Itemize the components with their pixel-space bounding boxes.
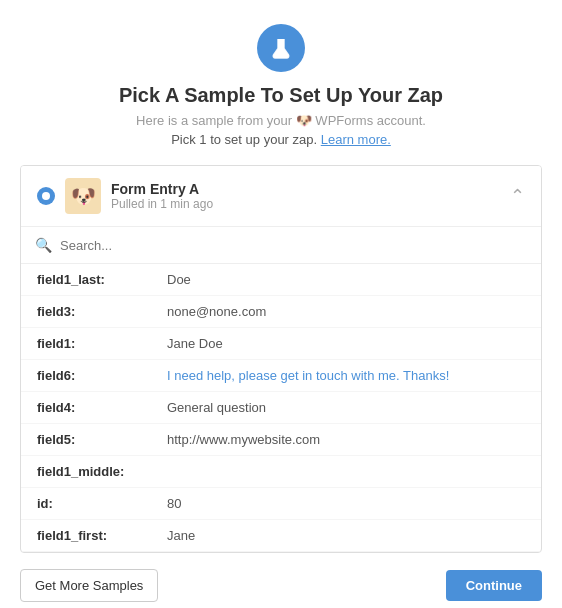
wpforms-icon: 🐶 — [65, 178, 101, 214]
field-value: Jane Doe — [167, 336, 525, 351]
card-header: 🐶 Form Entry A Pulled in 1 min ago ⌃ — [21, 166, 541, 227]
search-icon: 🔍 — [35, 237, 52, 253]
sample-card: 🐶 Form Entry A Pulled in 1 min ago ⌃ 🔍 f… — [20, 165, 542, 553]
table-row: field5:http://www.mywebsite.com — [21, 424, 541, 456]
field-value: Jane — [167, 528, 525, 543]
field-key: field1_first: — [37, 528, 167, 543]
table-row: field3:none@none.com — [21, 296, 541, 328]
footer: Get More Samples Continue — [20, 569, 542, 602]
entry-title: Form Entry A — [111, 181, 510, 197]
field-key: field1: — [37, 336, 167, 351]
table-row: id:80 — [21, 488, 541, 520]
field-key: field1_last: — [37, 272, 167, 287]
get-more-samples-button[interactable]: Get More Samples — [20, 569, 158, 602]
table-row: field4:General question — [21, 392, 541, 424]
table-row: field1_first:Jane — [21, 520, 541, 552]
continue-button[interactable]: Continue — [446, 570, 542, 601]
field-key: field6: — [37, 368, 167, 383]
field-value: Doe — [167, 272, 525, 287]
main-container: Pick A Sample To Set Up Your Zap Here is… — [0, 0, 562, 608]
table-row: field1:Jane Doe — [21, 328, 541, 360]
card-header-info: Form Entry A Pulled in 1 min ago — [111, 181, 510, 211]
page-title: Pick A Sample To Set Up Your Zap — [119, 84, 443, 107]
chevron-up-icon[interactable]: ⌃ — [510, 185, 525, 207]
field-key: field3: — [37, 304, 167, 319]
entry-subtitle: Pulled in 1 min ago — [111, 197, 510, 211]
table-row: field1_last:Doe — [21, 264, 541, 296]
field-key: field1_middle: — [37, 464, 167, 479]
field-value: I need help, please get in touch with me… — [167, 368, 525, 383]
data-table: field1_last:Doefield3:none@none.comfield… — [21, 264, 541, 552]
page-subtitle: Here is a sample from your 🐶 WPForms acc… — [136, 113, 426, 128]
search-bar: 🔍 — [21, 227, 541, 264]
field-key: field4: — [37, 400, 167, 415]
field-value: General question — [167, 400, 525, 415]
beaker-icon — [269, 36, 293, 60]
field-key: field5: — [37, 432, 167, 447]
pick-instruction: Pick 1 to set up your zap. Learn more. — [171, 132, 391, 147]
app-icon-circle — [257, 24, 305, 72]
learn-more-link[interactable]: Learn more. — [321, 132, 391, 147]
field-value: none@none.com — [167, 304, 525, 319]
radio-selected[interactable] — [37, 187, 55, 205]
search-input[interactable] — [60, 238, 527, 253]
field-value: 80 — [167, 496, 525, 511]
table-row: field6:I need help, please get in touch … — [21, 360, 541, 392]
table-row: field1_middle: — [21, 456, 541, 488]
field-value: http://www.mywebsite.com — [167, 432, 525, 447]
field-key: id: — [37, 496, 167, 511]
